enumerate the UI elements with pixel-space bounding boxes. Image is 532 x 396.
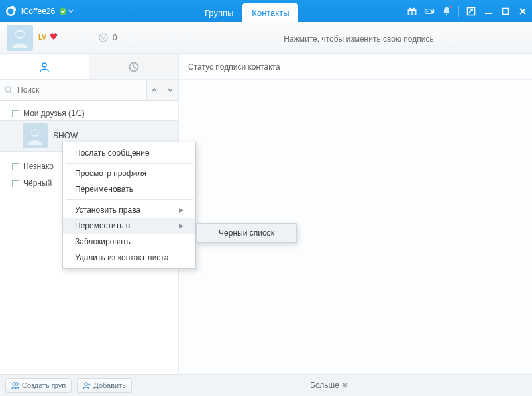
svg-line-24: [10, 91, 12, 93]
menu-remove[interactable]: Удалить из контакт листа: [63, 250, 195, 266]
tab-groups[interactable]: Группы: [195, 3, 242, 22]
button-label: Создать груп: [22, 381, 66, 389]
svg-point-11: [446, 13, 448, 15]
person-add-icon: [83, 381, 91, 389]
group-label: Незнако: [23, 162, 54, 171]
chevron-right-icon: ▶: [179, 223, 184, 229]
menu-move-to[interactable]: Переместить в▶: [63, 218, 195, 234]
svg-point-23: [5, 87, 11, 92]
collapse-icon[interactable]: −: [12, 180, 19, 187]
signature-hint[interactable]: Нажмите, чтобы изменить свою подпись: [186, 34, 532, 44]
search-icon: [4, 85, 13, 95]
svg-point-21: [42, 63, 46, 67]
main-nav: Группы Контакты: [195, 0, 298, 22]
svg-rect-18: [16, 32, 24, 37]
coin-icon: [98, 32, 109, 43]
minimize-button[interactable]: [483, 6, 494, 17]
menu-set-rights[interactable]: Установить права▶: [63, 202, 195, 218]
svg-point-10: [432, 11, 433, 12]
svg-point-28: [15, 383, 18, 385]
person-icon: [38, 61, 50, 73]
heart-icon: 1: [49, 32, 58, 44]
left-tabs: [0, 54, 178, 80]
maximize-button[interactable]: [500, 6, 511, 17]
sort-down-button[interactable]: [162, 80, 178, 101]
window-controls: [407, 0, 528, 22]
svg-point-1: [8, 8, 14, 14]
right-header-label: Статус подписи контакта: [179, 54, 532, 80]
context-menu: Послать сообщение Просмотр профиля Переи…: [62, 142, 196, 269]
separator: [458, 6, 459, 17]
coin-count: 0: [113, 33, 117, 42]
menu-separator: [66, 163, 193, 164]
add-contact-button[interactable]: Добавить: [77, 378, 132, 393]
button-label: Добавить: [93, 381, 126, 389]
menu-view-profile[interactable]: Просмотр профиля: [63, 166, 195, 181]
contact-name: SHOW: [53, 131, 78, 140]
app-logo-icon: [5, 6, 16, 17]
create-group-button[interactable]: Создать груп: [5, 378, 72, 393]
svg-rect-26: [32, 130, 38, 135]
popout-icon[interactable]: [466, 6, 476, 17]
menu-separator: [66, 199, 193, 200]
contact-avatar: [23, 123, 48, 148]
menu-rename[interactable]: Переименовать: [63, 181, 195, 197]
chevron-right-icon: ▶: [179, 207, 184, 213]
group-add-icon: [11, 381, 19, 389]
chevron-up-icon: [151, 87, 158, 93]
search-box[interactable]: [0, 80, 146, 101]
svg-rect-14: [503, 8, 509, 14]
chevron-down-icon: [68, 9, 74, 14]
svg-point-9: [431, 10, 431, 11]
menu-block[interactable]: Заблокировать: [63, 234, 195, 250]
menu-send-message[interactable]: Послать сообщение: [63, 145, 195, 161]
submenu-blacklist[interactable]: Чёрный список: [197, 224, 296, 242]
tab-contacts[interactable]: Контакты: [242, 3, 298, 22]
search-input[interactable]: [17, 85, 146, 95]
right-panel: Статус подписи контакта: [179, 54, 532, 374]
gamepad-icon[interactable]: [424, 6, 435, 17]
context-submenu: Чёрный список: [196, 223, 297, 243]
sort-up-button[interactable]: [146, 80, 162, 101]
svg-point-29: [85, 383, 87, 385]
status-badge[interactable]: [59, 7, 74, 15]
more-label: Больше: [310, 381, 339, 390]
clock-icon: [128, 61, 140, 73]
bell-icon[interactable]: [441, 6, 452, 17]
collapse-icon[interactable]: −: [12, 163, 19, 170]
notification-dot-icon: [450, 5, 453, 9]
coin-counter[interactable]: 0: [98, 32, 117, 43]
avatar[interactable]: [7, 25, 33, 51]
tab-recent[interactable]: [89, 54, 179, 79]
search-row: [0, 80, 178, 101]
tab-people[interactable]: [0, 54, 89, 79]
double-chevron-down-icon: [342, 382, 348, 389]
level-badge: LV: [38, 34, 46, 41]
username-label: iCoffee26: [21, 7, 55, 16]
bottom-bar: Создать груп Добавить Больше: [0, 374, 532, 396]
close-button[interactable]: [517, 6, 528, 17]
group-label: Мои друзья (1/1): [23, 109, 85, 118]
more-button[interactable]: Больше: [310, 381, 348, 390]
gift-icon[interactable]: [407, 6, 417, 17]
svg-text:1: 1: [56, 33, 58, 37]
collapse-icon[interactable]: −: [12, 110, 19, 117]
tree-group-my-friends[interactable]: − Мои друзья (1/1): [0, 107, 178, 120]
chevron-down-icon: [167, 87, 174, 93]
group-label: Чёрный: [23, 179, 52, 188]
